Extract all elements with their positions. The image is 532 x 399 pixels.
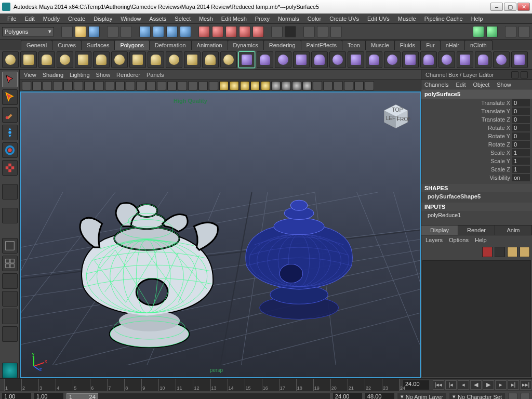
layout-four[interactable] bbox=[2, 256, 18, 271]
viewport-toolbar-button-13[interactable] bbox=[157, 81, 166, 90]
go-to-start-button[interactable]: |◂◂ bbox=[433, 380, 444, 390]
viewport-toolbar-button-32[interactable] bbox=[354, 81, 364, 90]
layer-tab-render[interactable]: Render bbox=[458, 225, 495, 235]
selected-object[interactable] bbox=[80, 203, 218, 348]
layout-single[interactable] bbox=[2, 238, 18, 254]
menu-proxy[interactable]: Proxy bbox=[251, 15, 274, 23]
snap-live-button[interactable] bbox=[252, 26, 264, 37]
move-tool[interactable] bbox=[2, 125, 18, 140]
rotate-tool[interactable] bbox=[2, 142, 18, 158]
shelf-helix-button[interactable] bbox=[166, 51, 182, 68]
viewport-toolbar-button-2[interactable] bbox=[43, 81, 52, 90]
last-tool[interactable] bbox=[2, 184, 18, 200]
layer-tab-display[interactable]: Display bbox=[421, 225, 458, 235]
lasso-tool[interactable] bbox=[2, 89, 18, 105]
axis-indicator-icon[interactable] bbox=[511, 71, 518, 78]
shelf-append-button[interactable] bbox=[366, 51, 382, 68]
shelf-collapse-button[interactable] bbox=[493, 51, 510, 68]
viewport-toolbar-button-18[interactable] bbox=[209, 81, 218, 90]
shelf-cube-button[interactable] bbox=[20, 51, 37, 68]
minimize-button[interactable]: – bbox=[490, 3, 503, 11]
layer-add-selected-icon[interactable] bbox=[507, 247, 517, 257]
viewport-toolbar-button-9[interactable] bbox=[115, 81, 125, 90]
channel-value[interactable]: 0 bbox=[512, 124, 530, 131]
render-button[interactable] bbox=[303, 26, 315, 37]
shelf-bevel-button[interactable] bbox=[329, 51, 346, 68]
new-scene-button[interactable] bbox=[61, 26, 73, 37]
shelf-tab-dynamics[interactable]: Dynamics bbox=[228, 40, 264, 50]
channel-visibility[interactable]: Visibilityon bbox=[421, 174, 532, 182]
channel-value[interactable]: 1 bbox=[512, 157, 530, 165]
viewport-menu-lighting[interactable]: Lighting bbox=[70, 72, 90, 78]
shelf-slide-button[interactable] bbox=[457, 51, 473, 68]
axis-gizmo-icon[interactable]: y x z bbox=[29, 352, 48, 371]
layer-menu-layers[interactable]: Layers bbox=[425, 237, 443, 243]
viewport-toolbar-button-1[interactable] bbox=[32, 81, 42, 90]
channel-menu-object[interactable]: Object bbox=[473, 82, 489, 88]
ipr-render-button[interactable] bbox=[317, 26, 328, 37]
channel-scale-x[interactable]: Scale X1 bbox=[421, 149, 532, 157]
viewport-toolbar-button-15[interactable] bbox=[178, 81, 187, 90]
channel-translate-y[interactable]: Translate Y0 bbox=[421, 107, 532, 115]
shelf-mesh-button[interactable] bbox=[511, 51, 528, 68]
channel-menu-show[interactable]: Show bbox=[497, 82, 511, 88]
channel-rotate-z[interactable]: Rotate Z0 bbox=[421, 140, 532, 149]
viewport-toolbar-button-28[interactable] bbox=[313, 81, 322, 90]
shelf-tab-fluids[interactable]: Fluids bbox=[394, 40, 421, 50]
shelf-prism-button[interactable] bbox=[111, 51, 128, 68]
shelf-tab-curves[interactable]: Curves bbox=[52, 40, 82, 50]
close-button[interactable]: ✕ bbox=[517, 3, 530, 11]
sidebar-toggle-a[interactable] bbox=[473, 26, 484, 37]
viewport-toolbar-button-20[interactable] bbox=[230, 81, 239, 90]
channel-value[interactable]: 1 bbox=[512, 166, 530, 173]
shelf-tab-painteffects[interactable]: PaintEffects bbox=[301, 40, 343, 50]
channel-translate-x[interactable]: Translate X0 bbox=[421, 99, 532, 107]
render-settings-button[interactable] bbox=[330, 26, 342, 37]
viewport-toolbar-button-4[interactable] bbox=[63, 81, 73, 90]
anim-layer-dropdown[interactable]: ▾No Anim Layer bbox=[397, 393, 446, 400]
shelf-mirror-button[interactable] bbox=[311, 51, 328, 68]
menu-color[interactable]: Color bbox=[303, 15, 325, 23]
maya-icon[interactable] bbox=[2, 363, 18, 378]
menu-window[interactable]: Window bbox=[116, 15, 145, 23]
channel-translate-z[interactable]: Translate Z0 bbox=[421, 115, 532, 124]
shelf-tab-surfaces[interactable]: Surfaces bbox=[81, 40, 115, 50]
sidebar-toggle-b[interactable] bbox=[486, 26, 498, 37]
viewport-toolbar-button-21[interactable] bbox=[240, 81, 249, 90]
viewport-toolbar-button-7[interactable] bbox=[95, 81, 104, 90]
history-on-button[interactable] bbox=[271, 26, 283, 37]
layer-remove-icon[interactable] bbox=[520, 247, 530, 257]
shelf-tab-ncloth[interactable]: nCloth bbox=[464, 40, 493, 50]
shelf-tab-deformation[interactable]: Deformation bbox=[149, 40, 192, 50]
snap-point-button[interactable] bbox=[225, 26, 237, 37]
shelf-sculpt-button[interactable] bbox=[220, 51, 237, 68]
shelf-cut-button[interactable] bbox=[384, 51, 401, 68]
layout-two-h[interactable] bbox=[2, 273, 18, 289]
channel-rotate-x[interactable]: Rotate X0 bbox=[421, 124, 532, 132]
shelf-cone-button[interactable] bbox=[57, 51, 73, 68]
viewport-toolbar-button-14[interactable] bbox=[167, 81, 177, 90]
go-to-end-button[interactable]: ▸▸| bbox=[520, 380, 531, 390]
range-start-inner[interactable]: 1.00 bbox=[34, 393, 63, 400]
menu-display[interactable]: Display bbox=[89, 15, 116, 23]
play-back-button[interactable]: ◀ bbox=[470, 380, 482, 390]
shelf-offset-button[interactable] bbox=[438, 51, 455, 68]
viewport-menu-view[interactable]: View bbox=[24, 72, 36, 78]
step-back-button[interactable]: ◂ bbox=[458, 380, 469, 390]
channel-value[interactable]: 0 bbox=[512, 108, 530, 115]
shelf-split-button[interactable] bbox=[402, 51, 419, 68]
layout-persp-graph[interactable] bbox=[2, 326, 18, 342]
shelf-tab-general[interactable]: General bbox=[21, 40, 52, 50]
channel-scale-z[interactable]: Scale Z1 bbox=[421, 165, 532, 174]
input-node[interactable]: polyReduce1 bbox=[421, 211, 532, 219]
layer-add-icon[interactable] bbox=[495, 247, 505, 257]
channel-menu-edit[interactable]: Edit bbox=[456, 82, 466, 88]
select-by-type-button[interactable] bbox=[139, 26, 151, 37]
viewport-toolbar-button-30[interactable] bbox=[334, 81, 343, 90]
layer-menu-help[interactable]: Help bbox=[475, 237, 487, 243]
channel-value[interactable]: on bbox=[512, 174, 530, 181]
layout-outliner[interactable] bbox=[2, 309, 18, 324]
shelf-cyl-button[interactable] bbox=[38, 51, 55, 68]
shelf-plane-button[interactable] bbox=[75, 51, 91, 68]
step-forward-key-button[interactable]: ▸| bbox=[508, 380, 519, 390]
